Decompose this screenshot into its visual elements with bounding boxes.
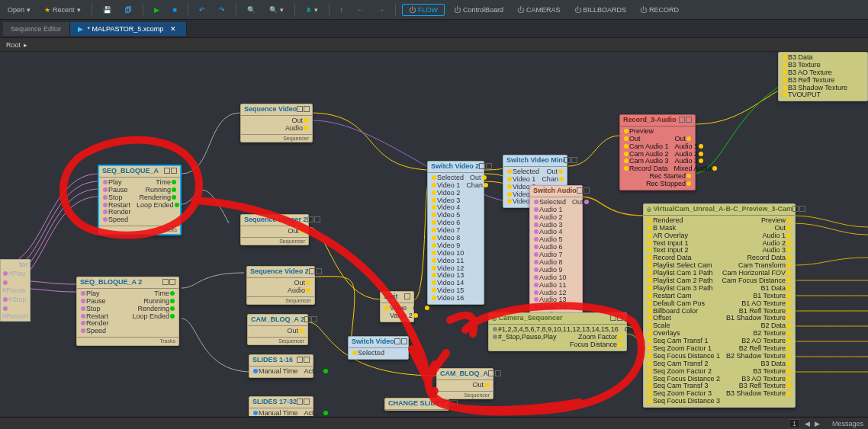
zoom-out-icon[interactable]: 🔍 ▾ bbox=[265, 4, 288, 16]
node-seq-bloque-a[interactable]: SEQ_BLOQUE_A PlayTimePauseRunningStopRen… bbox=[98, 165, 182, 235]
save-icon[interactable]: 💾 bbox=[98, 4, 116, 16]
controlboard-button[interactable]: ⏻ ControlBoard bbox=[449, 4, 508, 16]
fwd-icon[interactable]: → bbox=[373, 4, 389, 16]
node-slides-17-32[interactable]: SLIDES 17-32 Manual TimeActive bbox=[249, 396, 313, 416]
billboards-button[interactable]: ⏻ BILLBOARDS bbox=[570, 4, 632, 16]
node-canvas[interactable]: B3 DataB3 TextureB3 AO TextureB3 Refl Te… bbox=[0, 52, 868, 416]
undo-icon[interactable]: ↶ bbox=[194, 4, 210, 16]
axes-icon[interactable]: ⋔ ▾ bbox=[301, 4, 323, 16]
back-icon[interactable]: ← bbox=[352, 4, 368, 16]
tab-close-icon[interactable]: ✕ bbox=[168, 25, 178, 33]
node-virtualcam-unreal[interactable]: ◎ VirtualCam_Unreal_A-B-C_Preview_3-Cam … bbox=[643, 203, 796, 408]
cameras-button[interactable]: ⏻ CAMERAS bbox=[513, 4, 565, 16]
node-tv-output[interactable]: B3 DataB3 TextureB3 AO TextureB3 Refl Te… bbox=[778, 52, 868, 101]
recent-button[interactable]: ★ Recent ▾ bbox=[40, 4, 85, 16]
node-sequence-video-2[interactable]: Sequence Video 2 OutAudio Sequencer bbox=[246, 266, 315, 305]
save-all-icon[interactable]: 🗐 bbox=[121, 4, 137, 16]
node-switch-video-2[interactable]: Switch Video 2 SelectedOutVideo 1ChanVid… bbox=[427, 161, 484, 305]
node-camera-sequencer[interactable]: ◎ Camera_Sequencer #1,2,3,4,5,6,7,8,9,10… bbox=[488, 312, 627, 351]
up-icon[interactable]: ↑ bbox=[336, 4, 349, 16]
flow-button[interactable]: ⏻ FLOW bbox=[402, 4, 445, 16]
messages-label[interactable]: Messages bbox=[832, 420, 863, 427]
node-change-slides[interactable]: CHANGE SLIDES bbox=[384, 398, 449, 411]
node-sequence-integer-2[interactable]: Sequence Integer 2 Out Sequencer bbox=[240, 214, 309, 245]
breadcrumb[interactable]: Root ▸ bbox=[0, 38, 868, 52]
node-switch-audio[interactable]: Switch Audio SelectedOutAudio 1Audio 2Au… bbox=[529, 185, 583, 322]
node-switch-video[interactable]: Switch Video Selected bbox=[348, 336, 409, 360]
node-cam-bloq-a[interactable]: CAM_BLOQ_A Out Sequencer bbox=[436, 368, 493, 399]
node-slides-1-16[interactable]: SLIDES 1-16 Manual TimeActive bbox=[249, 354, 313, 378]
open-button[interactable]: Open ▾ bbox=[3, 4, 35, 16]
zoom-in-icon[interactable]: 🔍 bbox=[243, 4, 260, 16]
status-bar: 1 ◀ ▶ Messages bbox=[0, 417, 868, 429]
redo-icon[interactable]: ↷ bbox=[214, 4, 230, 16]
node-edge-sequencer[interactable]: tor #Play#Pause#Stop#Restart bbox=[0, 259, 31, 322]
play-icon[interactable]: ▶ bbox=[149, 4, 164, 16]
page-next-icon[interactable]: ▶ bbox=[815, 420, 820, 427]
chevron-right-icon: ▸ bbox=[24, 41, 27, 49]
page-field[interactable]: 1 bbox=[789, 419, 800, 428]
node-record-3-audio[interactable]: Record_3-Audio PreviewOutOutCam Audio 1A… bbox=[619, 114, 696, 190]
stop-icon[interactable]: ■ bbox=[169, 4, 182, 16]
record-button[interactable]: ⏻ RECORD bbox=[635, 4, 683, 16]
menubar: Open ▾ ★ Recent ▾ 💾 🗐 ▶ ■ ↶ ↷ 🔍 🔍 ▾ ⋔ ▾ … bbox=[0, 0, 868, 20]
node-sequence-video[interactable]: Sequence Video OutAudio Sequencer bbox=[240, 104, 313, 142]
page-prev-icon[interactable]: ◀ bbox=[805, 420, 810, 427]
tab-sequence-editor[interactable]: Sequence Editor bbox=[3, 22, 70, 36]
node-seq-bloque-a-2[interactable]: SEQ_BLOQUE_A 2 PlayTimePauseRunningStopR… bbox=[76, 277, 179, 346]
tab-bar: Sequence Editor ▶ * MALPASTOR_5.xcomp ✕ bbox=[0, 20, 868, 38]
tab-malpastor[interactable]: ▶ * MALPASTOR_5.xcomp ✕ bbox=[70, 22, 188, 36]
node-cam-bloq-a-2[interactable]: CAM_BLOQ_A 2 Out Sequencer bbox=[247, 314, 308, 345]
node-swit[interactable]: Swit ValueOutValue 2 bbox=[380, 291, 414, 322]
tab-play-icon: ▶ bbox=[78, 25, 83, 33]
